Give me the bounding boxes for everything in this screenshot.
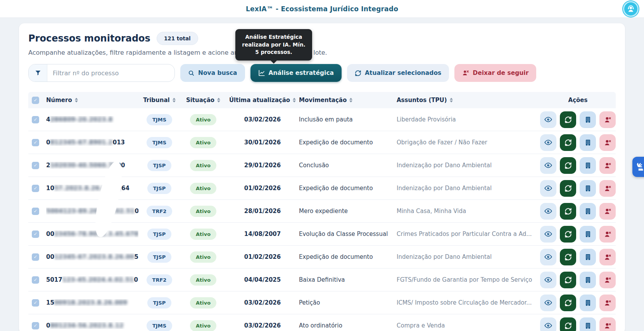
court-details-button[interactable]: [580, 180, 596, 197]
row-checkbox[interactable]: ✓: [32, 253, 39, 261]
table-row: ✓ 0 801234-56.2023.8.12 TJMS Ativo 03/02…: [28, 314, 616, 331]
update-process-button[interactable]: [560, 249, 576, 265]
unfollow-process-button[interactable]: [599, 295, 616, 311]
table-header: ✓ Número Tribunal Situação Última atuali…: [28, 92, 616, 108]
movement-text: Expedição de documento: [299, 253, 397, 260]
page-title: Processos monitorados: [28, 33, 150, 44]
column-header-assuntos[interactable]: Assuntos (TPU): [397, 97, 540, 104]
view-process-button[interactable]: [540, 272, 556, 288]
row-checkbox[interactable]: ✓: [32, 230, 39, 238]
row-checkbox[interactable]: ✓: [32, 162, 39, 169]
user-x-icon: [604, 322, 611, 329]
strategic-analysis-button[interactable]: Análise estratégica: [250, 64, 342, 82]
court-details-button[interactable]: [580, 226, 596, 243]
refresh-icon: [565, 276, 572, 284]
unfollow-button[interactable]: Deixar de seguir: [454, 64, 536, 82]
unfollow-process-button[interactable]: [599, 249, 616, 265]
tribunal-badge: TJMS: [147, 320, 172, 331]
view-process-button[interactable]: [540, 249, 556, 265]
filter-funnel-icon: [29, 64, 47, 81]
select-all-checkbox[interactable]: ✓: [32, 97, 39, 104]
new-search-button[interactable]: Nova busca: [180, 64, 245, 82]
row-checkbox[interactable]: ✓: [32, 185, 39, 192]
view-process-button[interactable]: [540, 111, 556, 128]
court-details-button[interactable]: [580, 111, 596, 128]
update-process-button[interactable]: [560, 226, 576, 243]
view-process-button[interactable]: [540, 203, 556, 220]
process-number: 10 57.2023.8.26.0100. 64: [46, 185, 138, 192]
view-process-button[interactable]: [540, 295, 556, 311]
strategic-analysis-tooltip: Análise Estratégica realizada por IA. Mí…: [235, 29, 312, 61]
check-icon: ✓: [33, 140, 37, 145]
update-process-button[interactable]: [560, 203, 576, 220]
sign-language-widget-button[interactable]: [632, 157, 644, 177]
unfollow-process-button[interactable]: [599, 111, 616, 128]
subject-text: Indenização por Dano Ambiental: [397, 185, 540, 192]
view-process-button[interactable]: [540, 157, 556, 174]
view-process-button[interactable]: [540, 180, 556, 197]
redacted-number-segment: 812345-67.8901.2: [50, 139, 112, 146]
last-update-date: 03/02/2026: [226, 299, 299, 306]
update-process-button[interactable]: [560, 317, 576, 331]
refresh-icon: [355, 70, 361, 76]
update-process-button[interactable]: [560, 157, 576, 174]
court-details-button[interactable]: [580, 249, 596, 265]
court-details-button[interactable]: [580, 134, 596, 151]
refresh-icon: [565, 299, 572, 307]
filter-group: [28, 64, 175, 82]
view-process-button[interactable]: [540, 134, 556, 151]
building-icon: [584, 208, 592, 215]
check-icon: ✓: [33, 255, 37, 259]
movement-text: Evolução da Classe Processual: [299, 230, 397, 237]
update-process-button[interactable]: [560, 134, 576, 151]
unfollow-process-button[interactable]: [599, 134, 616, 151]
court-details-button[interactable]: [580, 272, 596, 288]
unfollow-process-button[interactable]: [599, 157, 616, 174]
court-details-button[interactable]: [580, 203, 596, 220]
check-icon: ✓: [33, 209, 37, 213]
update-process-button[interactable]: [560, 180, 576, 197]
building-icon: [584, 185, 592, 192]
column-header-situacao[interactable]: Situação: [180, 97, 226, 104]
court-details-button[interactable]: [580, 295, 596, 311]
subject-text: Liberdade Provisória: [397, 116, 540, 123]
unfollow-process-button[interactable]: [599, 226, 616, 243]
unfollow-process-button[interactable]: [599, 317, 616, 331]
status-badge: Ativo: [190, 114, 216, 125]
view-process-button[interactable]: [540, 317, 556, 331]
court-details-button[interactable]: [580, 157, 596, 174]
sort-icon: [349, 98, 352, 103]
tribunal-badge: TRF2: [147, 206, 173, 217]
row-checkbox[interactable]: ✓: [32, 139, 39, 146]
unfollow-process-button[interactable]: [599, 180, 616, 197]
row-checkbox[interactable]: ✓: [32, 299, 39, 307]
update-process-button[interactable]: [560, 295, 576, 311]
support-widget-button[interactable]: [623, 1, 639, 17]
tribunal-badge: TJSP: [147, 183, 172, 194]
filter-input[interactable]: [47, 69, 174, 77]
last-update-date: 14/08/2007: [226, 230, 299, 237]
court-details-button[interactable]: [580, 317, 596, 331]
last-update-date: 28/01/2026: [226, 208, 299, 215]
column-header-tribunal[interactable]: Tribunal: [138, 97, 180, 104]
update-process-button[interactable]: [560, 111, 576, 128]
column-header-numero[interactable]: Número: [46, 97, 138, 104]
view-process-button[interactable]: [540, 226, 556, 243]
tribunal-badge: TJSP: [147, 160, 172, 171]
row-checkbox[interactable]: ✓: [32, 208, 39, 215]
status-badge: Ativo: [190, 229, 216, 240]
movement-text: Expedição de documento: [299, 185, 397, 192]
row-checkbox[interactable]: ✓: [32, 276, 39, 284]
unfollow-process-button[interactable]: [599, 272, 616, 288]
update-selected-button[interactable]: Atualizar selecionados: [347, 64, 449, 82]
unfollow-process-button[interactable]: [599, 203, 616, 220]
movement-text: Ato ordinatório: [299, 322, 397, 329]
row-checkbox[interactable]: ✓: [32, 322, 39, 329]
table-row: ✓ 00 12345-67.2023.8.26.00 59 TJSP Ativo…: [28, 246, 616, 269]
column-header-ultima-atualizacao[interactable]: Última atualização: [226, 97, 299, 104]
check-icon: ✓: [33, 300, 37, 305]
update-process-button[interactable]: [560, 272, 576, 288]
row-checkbox[interactable]: ✓: [32, 116, 39, 123]
table-row: ✓ 4 286809-20.2023.8 TJMS Ativo 03/02/20…: [28, 108, 616, 131]
column-header-movimentacao[interactable]: Movimentação: [299, 97, 397, 104]
